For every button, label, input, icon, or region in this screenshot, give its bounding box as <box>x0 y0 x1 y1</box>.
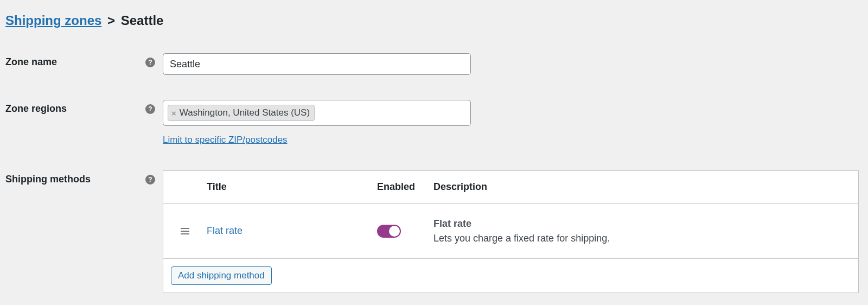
breadcrumb-current: Seattle <box>121 13 164 28</box>
enabled-toggle[interactable] <box>377 225 401 238</box>
drag-handle-icon[interactable] <box>181 228 189 234</box>
table-row: Flat rate Flat rate Lets you charge a fi… <box>163 204 858 259</box>
remove-tag-icon[interactable]: × <box>171 109 176 117</box>
breadcrumb-separator: > <box>105 13 117 28</box>
row-shipping-methods: Shipping methods ? Title Enabled Descrip… <box>5 170 863 293</box>
table-header-row: Title Enabled Description <box>163 171 858 204</box>
th-enabled: Enabled <box>377 181 433 193</box>
label-zone-regions: Zone regions <box>5 103 67 115</box>
help-icon[interactable]: ? <box>145 58 155 67</box>
table-footer: Add shipping method <box>163 259 858 293</box>
row-zone-name: Zone name ? <box>5 53 863 75</box>
method-title-link[interactable]: Flat rate <box>207 225 242 236</box>
region-tag-label: Washington, United States (US) <box>180 107 310 118</box>
shipping-methods-table: Title Enabled Description Flat rate <box>163 170 859 293</box>
label-shipping-methods: Shipping methods <box>5 174 91 185</box>
method-desc-text: Lets you charge a fixed rate for shippin… <box>433 233 847 244</box>
zone-regions-input[interactable]: × Washington, United States (US) <box>163 100 471 126</box>
th-title: Title <box>207 181 377 193</box>
breadcrumb-link-shipping-zones[interactable]: Shipping zones <box>5 13 101 28</box>
breadcrumb: Shipping zones > Seattle <box>5 13 863 28</box>
label-zone-name: Zone name <box>5 56 57 68</box>
th-description: Description <box>433 181 858 193</box>
row-zone-regions: Zone regions ? × Washington, United Stat… <box>5 100 863 145</box>
limit-zip-link[interactable]: Limit to specific ZIP/postcodes <box>163 135 288 145</box>
zone-name-input[interactable] <box>163 53 471 75</box>
method-desc-title: Flat rate <box>433 218 847 230</box>
toggle-knob <box>389 226 400 237</box>
region-tag: × Washington, United States (US) <box>168 105 315 121</box>
add-shipping-method-button[interactable]: Add shipping method <box>171 266 272 285</box>
help-icon[interactable]: ? <box>145 104 155 114</box>
help-icon[interactable]: ? <box>145 175 155 185</box>
